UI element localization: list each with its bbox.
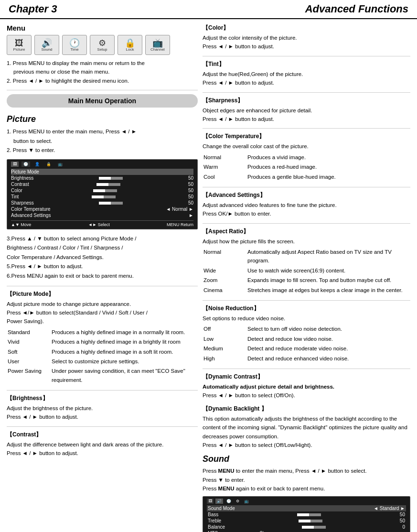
advanced-settings-press: Press OK/► button to enter. xyxy=(203,209,410,218)
pm-icon-channel2: 📺 xyxy=(56,162,64,167)
pm-icon-time: 🕐 xyxy=(21,162,30,167)
dynamic-backlight-press: Press ◄ / ► button to select (Off/Low/Hi… xyxy=(203,441,410,449)
setup-label: Setup xyxy=(97,47,107,52)
pm-footer-return: MENU Return xyxy=(167,222,193,227)
pm-vivid-label: Vivid xyxy=(8,337,51,346)
ar-wide-desc: Use to watch wide screen(16:9) content. xyxy=(247,266,409,275)
advanced-settings-section: 【Advanced Settings】 Adjust advanced vide… xyxy=(203,191,410,218)
ct-cool-desc: Produces a gentle blue-hued image. xyxy=(247,173,409,181)
sharpness-desc: Object edges are enhanced for picture de… xyxy=(203,106,410,115)
brightness-section: 【Brightness】 Adjust the brightness of th… xyxy=(7,394,198,422)
table-row: Soft Produces a highly defined image in … xyxy=(8,347,197,356)
advanced-settings-title: 【Advanced Settings】 xyxy=(203,191,410,199)
sound-steps: Press MENU to enter the main menu, Press… xyxy=(203,467,410,493)
pm-footer: ▲▼ Move ◄► Select MENU Return xyxy=(11,220,193,227)
press-step-5: 5.Press ◄ / ► button to adjust. xyxy=(7,262,198,271)
pm-bar-contrast xyxy=(96,182,120,187)
picture-heading: Picture xyxy=(7,114,198,124)
channel-icon: 📺 xyxy=(152,39,163,47)
sharpness-section: 【Sharpness】 Object edges are enhanced fo… xyxy=(203,97,410,124)
menu-icon-sound: 🔊 Sound xyxy=(34,35,59,55)
color-temp-desc: Change the overall color cast of the pic… xyxy=(203,142,410,151)
menu-icon-time: 🕐 Time xyxy=(62,35,87,55)
sm-val-bass: 50 xyxy=(400,512,405,517)
menu-icons-row: 🖼 Picture 🔊 Sound 🕐 Time ⚙ Setup 🔒 Lock … xyxy=(7,35,198,55)
sm-label-mts: MTS xyxy=(208,531,218,532)
sm-bar-bass xyxy=(297,512,321,517)
sm-bottom-rows: MTS Audio Language Digital Audio Output … xyxy=(207,530,406,532)
ct-normal-label: Normal xyxy=(203,153,246,162)
pm-val-tint: 50 xyxy=(188,194,193,199)
pm-soft-desc: Produces a highly defined image in a sof… xyxy=(52,347,197,356)
table-row: Wide Use to watch wide screen(16:9) cont… xyxy=(203,266,409,275)
pm-label-color-temp: Color Temperature xyxy=(11,206,51,212)
noise-reduction-body: Set options to reduce video noise. Off S… xyxy=(203,314,410,364)
ar-zoom-label: Zoom xyxy=(203,276,246,284)
table-row: Low Detect and reduce low video noise. xyxy=(203,335,409,343)
tint-title: 【Tint】 xyxy=(203,60,410,68)
aspect-ratio-desc: Adjust how the picture fills the screen. xyxy=(203,237,410,246)
sm-icon-row: 🖼 🔊 🕐 ⚙ 📺 xyxy=(207,499,406,504)
menu-icon-setup: ⚙ Setup xyxy=(90,35,115,55)
pm-standard-desc: Produces a highly defined image in a nor… xyxy=(52,328,197,337)
aspect-ratio-body: Adjust how the picture fills the screen.… xyxy=(203,237,410,295)
pm-user-desc: Select to customize picture settings. xyxy=(52,357,197,366)
ar-cinema-label: Cinema xyxy=(203,286,246,294)
pm-bar-color xyxy=(93,188,117,193)
pm-bar-sharpness xyxy=(99,200,123,206)
pm-row-contrast: Contrast 50 xyxy=(11,181,193,187)
divider-r1 xyxy=(203,56,410,56)
sm-val-mts-row: Stereo xyxy=(258,530,276,532)
sm-icon-time: 🕐 xyxy=(225,499,233,504)
pm-val-contrast: 50 xyxy=(188,182,193,187)
picture-mode-desc: Adjust picture mode to change picture ap… xyxy=(7,300,198,308)
pm-val-color-temp: ◄ Normal ► xyxy=(166,206,193,212)
sm-icon-picture: 🖼 xyxy=(207,499,214,504)
ar-normal-desc: Automatically adjust Aspect Ratio based … xyxy=(247,248,409,265)
menu-step-1b: previous menu or close the main menu. xyxy=(7,67,198,76)
table-row: Warm Produces a red-hued image. xyxy=(203,163,409,171)
color-temp-title: 【Color Temperature】 xyxy=(203,132,410,141)
table-row: Power Saving Under power saving conditio… xyxy=(8,367,197,384)
pm-powersaving-desc: Under power saving condition, it can mee… xyxy=(52,367,197,384)
table-row: Cool Produces a gentle blue-hued image. xyxy=(203,173,409,181)
nr-medium-label: Medium xyxy=(203,344,246,353)
menu-heading: Menu xyxy=(7,24,198,32)
sm-label-treble: Treble xyxy=(208,518,221,523)
pm-powersaving-label: Power Saving xyxy=(8,367,51,384)
ct-cool-label: Cool xyxy=(203,173,246,181)
pm-row-advanced: Advanced Settings ► xyxy=(11,212,193,218)
table-row: User Select to customize picture setting… xyxy=(8,357,197,366)
pm-label-advanced: Advanced Settings xyxy=(11,213,51,218)
menu-steps: 1. Press MENU to display the main menu o… xyxy=(7,59,198,85)
sm-row-treble: Treble 50 xyxy=(207,518,406,524)
nr-low-label: Low xyxy=(203,335,246,343)
pm-icon-picture: 🖼 xyxy=(11,162,19,167)
picture-mode-press: Press ◄/► button to select(Standard / Vi… xyxy=(7,308,198,326)
color-section: 【Color】 Adjust the color intensity of th… xyxy=(203,24,410,51)
table-row: Medium Detect and reduce moderate video … xyxy=(203,344,409,353)
ct-warm-label: Warm xyxy=(203,163,246,171)
dynamic-contrast-section: 【Dynamic Contrast】 Automatically adjust … xyxy=(203,373,410,400)
ar-normal-label: Normal xyxy=(203,248,246,265)
picture-step-1: 1. Press MENU to enter the main menu, Pr… xyxy=(7,127,198,137)
press-steps: 3.Press ▲ / ▼ button to select among Pic… xyxy=(7,234,198,281)
contrast-desc: Adjust the difference between light and … xyxy=(7,440,198,449)
channel-label: Channel xyxy=(150,47,165,52)
nr-off-desc: Select to turn off video noise detection… xyxy=(247,325,409,333)
pm-label-brightness: Brightness xyxy=(11,175,33,181)
pm-icon-lock2: 🔒 xyxy=(44,162,53,167)
pm-icon-row: 🖼 🕐 👤 🔒 📺 xyxy=(11,162,193,167)
dynamic-backlight-body: This option automatically adjusts the br… xyxy=(203,414,410,450)
sm-label-sound-mode: Sound Mode xyxy=(208,506,235,511)
main-menu-banner: Main Menu Operation xyxy=(7,94,198,108)
pm-row-color-temp: Color Temperature ◄ Normal ► xyxy=(11,206,193,212)
aspect-ratio-section: 【Aspect Ratio】 Adjust how the picture fi… xyxy=(203,228,410,295)
picture-label: Picture xyxy=(13,47,25,52)
contrast-section: 【Contrast】 Adjust the difference between… xyxy=(7,431,198,458)
tint-body: Adjust the hue(Red,Green) of the picture… xyxy=(203,70,410,87)
ar-cinema-desc: Stretches image at edges but keeps a cle… xyxy=(247,286,409,294)
sm-val-mts: Stereo xyxy=(259,531,273,532)
sm-icon-sound: 🔊 xyxy=(215,499,223,504)
menu-step-1: 1. Press MENU to display the main menu o… xyxy=(7,59,198,67)
